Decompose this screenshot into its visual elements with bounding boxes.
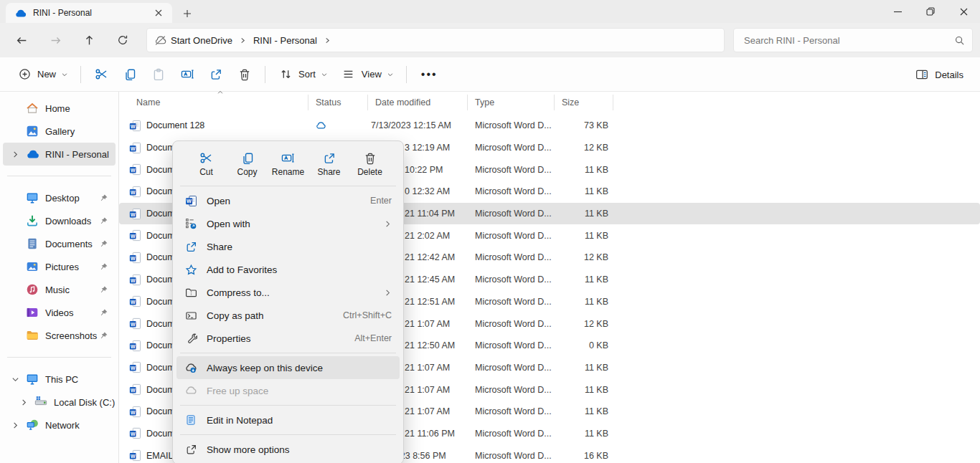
context-share-button[interactable]: Share (311, 150, 348, 179)
file-type: Microsoft Word D... (468, 340, 555, 350)
menu-item-open[interactable]: W Open Enter (176, 189, 400, 212)
sidebar-item-this-pc[interactable]: This PC (3, 368, 116, 391)
cut-button[interactable] (87, 62, 116, 87)
file-row[interactable]: WDocument 128 7/13/2023 12:15 AM Microso… (119, 115, 980, 137)
sidebar-item-documents[interactable]: Documents (3, 232, 116, 255)
sidebar-item-music[interactable]: Music (3, 278, 116, 301)
column-header-status[interactable]: Status (308, 95, 368, 110)
file-type: Microsoft Word D... (468, 143, 555, 153)
chevron-right-icon[interactable] (11, 151, 26, 158)
sidebar-item-desktop[interactable]: Desktop (3, 186, 116, 209)
sidebar-item-rini-personal[interactable]: RINI - Personal (3, 143, 116, 166)
sidebar-item-screenshots[interactable]: Screenshots (3, 324, 116, 347)
menu-item-edit-in-notepad[interactable]: Edit in Notepad (176, 409, 400, 431)
chevron-right-icon[interactable] (11, 421, 26, 429)
copy-icon (241, 152, 254, 165)
titlebar: RINI - Personal (0, 0, 980, 23)
back-button[interactable] (9, 28, 34, 52)
search-box[interactable] (733, 28, 973, 52)
menu-shortcut: Alt+Enter (354, 333, 392, 343)
sidebar-item-downloads[interactable]: Downloads (3, 209, 116, 232)
delete-button[interactable] (230, 62, 259, 87)
menu-separator (180, 353, 396, 353)
file-type: Microsoft Word D... (468, 451, 555, 461)
menu-item-label: Add to Favorites (207, 264, 392, 275)
menu-item-copy-as-path[interactable]: Copy as path Ctrl+Shift+C (176, 304, 400, 327)
desktop-icon (26, 191, 39, 204)
menu-item-label: Show more options (207, 444, 392, 455)
command-toolbar: New Sort (0, 57, 980, 92)
breadcrumb-current[interactable]: RINI - Personal (249, 35, 321, 46)
sidebar-item-pictures[interactable]: Pictures (3, 255, 116, 278)
menu-item-show-more-options[interactable]: Show more options (176, 438, 400, 461)
menu-item-share[interactable]: Share (176, 235, 400, 258)
context-copy-button[interactable]: Copy (229, 150, 266, 179)
svg-text:W: W (131, 388, 136, 393)
tab-close-icon[interactable] (151, 5, 166, 21)
sidebar-divider (7, 176, 111, 176)
sidebar-item-videos[interactable]: Videos (3, 301, 116, 324)
menu-item-compress-to[interactable]: Compress to... (176, 281, 400, 304)
search-icon[interactable] (954, 35, 965, 46)
copy-button[interactable] (116, 62, 144, 87)
more-options-icon[interactable]: ••• (413, 68, 446, 81)
sort-button[interactable]: Sort (271, 62, 334, 87)
breadcrumb-root[interactable]: Start OneDrive (166, 35, 237, 46)
new-button[interactable]: New (10, 62, 75, 87)
explorer-tab[interactable]: RINI - Personal (6, 3, 172, 23)
breadcrumb-chevron-icon[interactable] (240, 37, 246, 44)
menu-item-label: Open (207, 196, 361, 206)
downloads-icon (26, 214, 39, 227)
word-file-icon: W (129, 142, 141, 154)
column-header-type[interactable]: Type (468, 95, 555, 110)
sidebar-item-label: Local Disk (C:) (54, 397, 115, 408)
svg-text:W: W (131, 189, 136, 194)
context-menu-command-row: Cut Copy Rename Share Delete (176, 144, 400, 183)
details-button[interactable]: Details (908, 62, 970, 87)
address-bar[interactable]: Start OneDrive RINI - Personal (146, 28, 725, 52)
file-size: 11 KB (555, 209, 613, 219)
column-header-date-modified[interactable]: Date modified (368, 95, 468, 110)
sidebar-item-gallery[interactable]: Gallery (3, 120, 116, 143)
menu-item-open-with[interactable]: Open with (176, 212, 400, 235)
context-rename-button[interactable]: Rename (270, 149, 307, 179)
context-delete-button[interactable]: Delete (352, 150, 389, 179)
refresh-button[interactable] (110, 28, 135, 52)
rename-button[interactable] (173, 62, 202, 87)
word-file-icon: W (129, 252, 141, 264)
restore-button[interactable] (914, 0, 947, 23)
view-button[interactable]: View (334, 62, 400, 87)
breadcrumb-chevron-icon[interactable] (324, 37, 331, 44)
up-button[interactable] (77, 28, 101, 52)
cloud-status-icon (315, 120, 326, 131)
sidebar-item-label: Music (45, 285, 70, 295)
paste-icon (151, 67, 166, 82)
paste-button[interactable] (144, 62, 173, 87)
menu-item-always-keep-on-device[interactable]: Always keep on this device (176, 356, 400, 379)
details-panel-icon (914, 67, 930, 82)
close-button[interactable] (947, 0, 980, 23)
column-header-size[interactable]: Size (555, 95, 613, 110)
pin-icon (99, 262, 108, 272)
menu-item-properties[interactable]: Properties Alt+Enter (176, 327, 400, 350)
column-header-name[interactable]: Name (119, 95, 308, 110)
chevron-right-icon[interactable] (20, 398, 34, 406)
sidebar-item-network[interactable]: Network (3, 414, 116, 436)
chevron-down-icon[interactable] (11, 376, 26, 383)
sidebar-item-home[interactable]: Home (3, 97, 116, 120)
word-file-icon: W (129, 361, 141, 373)
cut-icon (93, 67, 109, 82)
share-button[interactable] (202, 62, 230, 87)
svg-text:W: W (131, 168, 136, 173)
forward-button[interactable] (43, 28, 67, 52)
menu-shortcut: Ctrl+Shift+C (343, 310, 392, 320)
menu-item-add-to-favorites[interactable]: Add to Favorites (176, 258, 400, 281)
sidebar-item-local-disk-c[interactable]: Local Disk (C:) (3, 391, 116, 414)
menu-item-free-up-space[interactable]: Free up space (176, 379, 400, 402)
minimize-button[interactable] (881, 0, 914, 23)
command-label: Delete (357, 167, 382, 177)
search-input[interactable] (744, 35, 954, 46)
new-tab-button[interactable] (176, 4, 198, 23)
word-file-icon: W (129, 163, 141, 176)
context-cut-button[interactable]: Cut (188, 149, 225, 179)
